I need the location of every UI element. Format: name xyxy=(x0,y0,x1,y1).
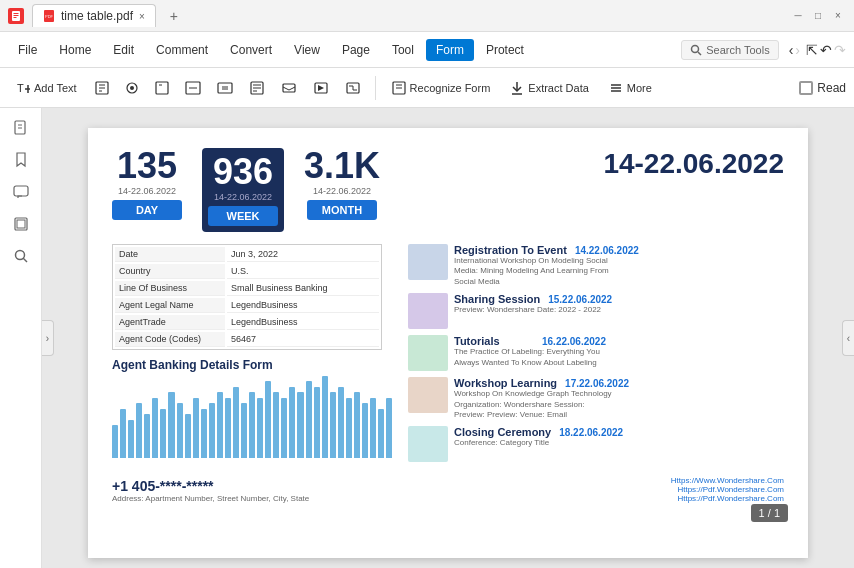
pdf-page: 135 14-22.06.2022 DAY 936 14-22.06.2022 … xyxy=(88,128,808,558)
stat-box-1: 135 14-22.06.2022 DAY xyxy=(112,148,182,220)
toolbar-icon-8[interactable] xyxy=(307,77,335,99)
minimize-btn[interactable]: ─ xyxy=(790,8,806,24)
month-btn[interactable]: MONTH xyxy=(307,200,377,220)
menu-form[interactable]: Form xyxy=(426,39,474,61)
toolbar-icon-9[interactable] xyxy=(339,77,367,99)
chart-bar xyxy=(241,403,247,458)
schedule-section: Registration To Event14.22.06.2022Intern… xyxy=(408,244,784,468)
recognize-form-btn[interactable]: Recognize Form xyxy=(384,77,499,99)
menu-tool[interactable]: Tool xyxy=(382,39,424,61)
maximize-btn[interactable]: □ xyxy=(810,8,826,24)
left-collapse-btn[interactable]: › xyxy=(42,320,54,356)
schedule-info: Tutorials16.22.06.2022The Practice Of La… xyxy=(454,335,784,368)
new-tab-btn[interactable]: + xyxy=(164,6,184,26)
svg-rect-2 xyxy=(14,15,19,16)
schedule-image xyxy=(408,426,448,462)
stat-num-1: 135 xyxy=(112,148,182,184)
left-collapse-icon: › xyxy=(46,333,49,344)
menu-convert[interactable]: Convert xyxy=(220,39,282,61)
svg-rect-1 xyxy=(14,13,19,14)
schedule-info: Sharing Session15.22.06.2022Preview: Won… xyxy=(454,293,784,315)
menu-icon xyxy=(609,81,623,95)
right-collapse-btn[interactable]: ‹ xyxy=(842,320,854,356)
day-btn[interactable]: DAY xyxy=(112,200,182,220)
schedule-image xyxy=(408,335,448,371)
chart-bar xyxy=(314,387,320,459)
toolbar-icon-7[interactable] xyxy=(275,77,303,99)
chart-bar xyxy=(346,398,352,459)
stat-box-3: 3.1K 14-22.06.2022 MONTH xyxy=(304,148,380,220)
left-content: DateJun 3, 2022CountryU.S.Line Of Busine… xyxy=(112,244,392,468)
chart-bar xyxy=(217,392,223,458)
table-cell-label: Agent Legal Name xyxy=(115,298,225,313)
extract-icon xyxy=(510,81,524,95)
redo-btn[interactable]: ↷ xyxy=(834,42,846,58)
stat-date-3: 14-22.06.2022 xyxy=(304,186,380,196)
stat-date-1: 14-22.06.2022 xyxy=(112,186,182,196)
svg-point-16 xyxy=(130,86,134,90)
toolbar-icon-3[interactable] xyxy=(149,77,175,99)
panel-icon-layers[interactable] xyxy=(9,212,33,236)
schedule-info: Closing Ceremony18.22.06.2022Conference:… xyxy=(454,426,784,448)
nav-back-btn[interactable]: ‹ xyxy=(789,42,794,58)
table-cell-label: AgentTrade xyxy=(115,315,225,330)
toolbar-sep-1 xyxy=(375,76,376,100)
schedule-date: 17.22.06.2022 xyxy=(565,378,655,389)
chart-bar xyxy=(322,376,328,459)
chart-bar xyxy=(289,387,295,459)
search-icon xyxy=(690,44,702,56)
chart-bar xyxy=(273,392,279,458)
schedule-item: Tutorials16.22.06.2022The Practice Of La… xyxy=(408,335,784,371)
chart-bar xyxy=(185,414,191,458)
menu-file[interactable]: File xyxy=(8,39,47,61)
menu-edit[interactable]: Edit xyxy=(103,39,144,61)
menu-view[interactable]: View xyxy=(284,39,330,61)
schedule-date: 16.22.06.2022 xyxy=(542,336,632,347)
toolbar-icon-5[interactable] xyxy=(211,77,239,99)
stat-num-3: 3.1K xyxy=(304,148,380,184)
tab-close[interactable]: × xyxy=(139,11,145,22)
undo-btn[interactable]: ↶ xyxy=(820,42,832,58)
table-row: AgentTradeLegendBusiness xyxy=(115,315,379,330)
menu-comment[interactable]: Comment xyxy=(146,39,218,61)
toolbar-icon-6[interactable] xyxy=(243,77,271,99)
more-label: More xyxy=(627,82,652,94)
menu-home[interactable]: Home xyxy=(49,39,101,61)
extract-data-btn[interactable]: Extract Data xyxy=(502,77,597,99)
panel-icon-bookmark[interactable] xyxy=(9,148,33,172)
panel-icon-search[interactable] xyxy=(9,244,33,268)
add-text-btn[interactable]: T Add Text xyxy=(8,77,85,99)
table-row: CountryU.S. xyxy=(115,264,379,279)
table-cell-label: Agent Code (Codes) xyxy=(115,332,225,347)
table-row: DateJun 3, 2022 xyxy=(115,247,379,262)
chart-bar xyxy=(338,387,344,459)
chart-bar xyxy=(128,420,134,459)
panel-icon-comment[interactable] xyxy=(9,180,33,204)
app-icon xyxy=(8,8,24,24)
menu-protect[interactable]: Protect xyxy=(476,39,534,61)
toolbar-icon-1[interactable] xyxy=(89,77,115,99)
external-link-btn[interactable]: ⇱ xyxy=(806,42,818,58)
nav-fwd-btn[interactable]: › xyxy=(795,42,800,58)
close-btn[interactable]: × xyxy=(830,8,846,24)
week-btn[interactable]: WEEK xyxy=(208,206,278,226)
website-2: Https://Pdf.Wondershare.Com xyxy=(671,485,784,494)
toolbar-icon-4[interactable] xyxy=(179,77,207,99)
chart-bar xyxy=(168,392,174,458)
table-cell-value: Jun 3, 2022 xyxy=(227,247,379,262)
toolbar-icon-2[interactable] xyxy=(119,77,145,99)
content-layout: DateJun 3, 2022CountryU.S.Line Of Busine… xyxy=(112,244,784,468)
schedule-item: Closing Ceremony18.22.06.2022Conference:… xyxy=(408,426,784,462)
chart-bar xyxy=(193,398,199,459)
more-btn[interactable]: More xyxy=(601,77,660,99)
panel-icon-page[interactable] xyxy=(9,116,33,140)
recognize-form-label: Recognize Form xyxy=(410,82,491,94)
table-row: Agent Code (Codes)56467 xyxy=(115,332,379,347)
chart-bar xyxy=(136,403,142,458)
read-checkbox[interactable] xyxy=(799,81,813,95)
menu-page[interactable]: Page xyxy=(332,39,380,61)
website-links: Https://Www.Wondershare.Com Https://Pdf.… xyxy=(671,476,784,503)
main-area: › 135 14-22.06.2022 DAY 936 14-22.06.202… xyxy=(0,108,854,568)
recognize-icon xyxy=(392,81,406,95)
pdf-tab[interactable]: PDF time table.pdf × xyxy=(32,4,156,27)
